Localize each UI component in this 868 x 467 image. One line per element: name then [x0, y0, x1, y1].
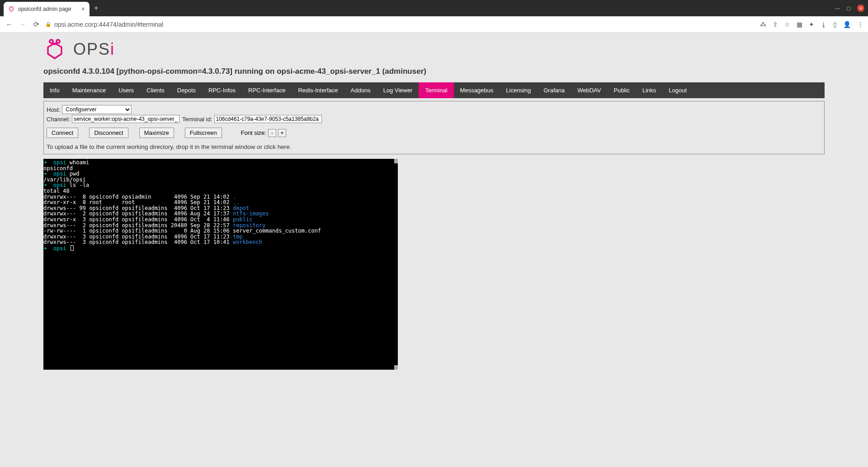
tab-depots[interactable]: Depots	[171, 82, 202, 98]
qr-icon[interactable]: ▦	[797, 21, 802, 28]
tab-users[interactable]: Users	[112, 82, 140, 98]
translate-icon[interactable]: ⁂	[760, 21, 766, 28]
host-select[interactable]: Configserver	[62, 105, 132, 114]
tab-links[interactable]: Links	[636, 82, 662, 98]
browser-titlebar: opsiconfd admin page × + — ▢ ✕	[0, 0, 868, 16]
download-icon[interactable]: ⭳	[821, 21, 827, 28]
terminal-id-label: Terminal id:	[182, 116, 212, 123]
tab-addons[interactable]: Addons	[344, 82, 377, 98]
nav-forward-icon[interactable]: →	[18, 20, 27, 28]
scroll-thumb-bottom[interactable]	[394, 365, 398, 370]
tab-rpc-interface[interactable]: RPC-Interface	[242, 82, 292, 98]
window-minimize-icon[interactable]: —	[835, 5, 840, 11]
nav-reload-icon[interactable]: ⟳	[32, 20, 41, 29]
fullscreen-button[interactable]: Fullscreen	[185, 128, 222, 138]
nav-tabs: Info Maintenance Users Clients Depots RP…	[43, 82, 825, 98]
page-content: OPSi opsiconfd 4.3.0.104 [python-opsi-co…	[0, 33, 868, 370]
menu-icon[interactable]: ⋮	[857, 21, 863, 28]
profile-icon[interactable]: 👤	[843, 21, 851, 28]
tab-log-viewer[interactable]: Log Viewer	[377, 82, 419, 98]
tab-terminal[interactable]: Terminal	[419, 82, 453, 98]
svg-point-0	[11, 6, 12, 7]
terminal-scrollbar[interactable]	[393, 159, 398, 370]
channel-label: Channel:	[47, 116, 70, 123]
connect-button[interactable]: Connect	[47, 128, 78, 138]
address-bar[interactable]: 🔒 opsi.acme.corp:44474/admin/#terminal	[45, 21, 163, 28]
maximize-button[interactable]: Maximize	[139, 128, 174, 138]
star-icon[interactable]: ☆	[784, 21, 790, 28]
upload-hint: To upload a file to the current working …	[47, 143, 821, 150]
nav-back-icon[interactable]: ←	[5, 20, 14, 28]
tab-title: opsiconfd admin page	[18, 6, 71, 12]
lock-icon: 🔒	[45, 21, 52, 27]
browser-tab[interactable]: opsiconfd admin page ×	[4, 2, 90, 16]
tab-webdav[interactable]: WebDAV	[571, 82, 607, 98]
tab-licensing[interactable]: Licensing	[500, 82, 537, 98]
tab-grafana[interactable]: Grafana	[537, 82, 571, 98]
logo: OPSi	[43, 38, 825, 61]
tab-rpc-infos[interactable]: RPC-Infos	[202, 82, 242, 98]
extensions-icon[interactable]: ✦	[809, 21, 814, 28]
fontsize-label: Font size:	[241, 129, 266, 136]
window-close-icon[interactable]: ✕	[857, 5, 864, 12]
new-tab-button[interactable]: +	[94, 4, 98, 12]
host-label: Host:	[47, 106, 60, 113]
channel-input[interactable]	[72, 115, 179, 123]
panel-icon[interactable]: ▯	[833, 21, 837, 28]
opsi-logo-icon	[43, 38, 66, 61]
fontsize-increase-button[interactable]: +	[278, 129, 286, 137]
window-maximize-icon[interactable]: ▢	[846, 5, 851, 11]
fontsize-decrease-button[interactable]: -	[268, 129, 276, 137]
terminal-id-input[interactable]	[214, 115, 322, 123]
browser-toolbar: ← → ⟳ 🔒 opsi.acme.corp:44474/admin/#term…	[0, 16, 868, 33]
tab-redis-interface[interactable]: Redis-Interface	[292, 82, 344, 98]
window-controls: — ▢ ✕	[835, 5, 864, 12]
share-icon[interactable]: ⇪	[773, 21, 778, 28]
scroll-thumb-top[interactable]	[394, 159, 398, 163]
tab-info[interactable]: Info	[43, 82, 66, 98]
tab-messagebus[interactable]: Messagebus	[454, 82, 500, 98]
page-title: opsiconfd 4.3.0.104 [python-opsi-common=…	[43, 67, 825, 76]
tab-clients[interactable]: Clients	[140, 82, 171, 98]
terminal-cursor	[71, 245, 74, 251]
tab-public[interactable]: Public	[607, 82, 636, 98]
disconnect-button[interactable]: Disconnect	[89, 128, 128, 138]
logo-text: OPSi	[73, 40, 115, 59]
url-text: opsi.acme.corp:44474/admin/#terminal	[54, 21, 163, 28]
terminal-panel: Host: Configserver Channel: Terminal id:…	[43, 101, 825, 154]
tab-maintenance[interactable]: Maintenance	[66, 82, 112, 98]
tab-logout[interactable]: Logout	[662, 82, 693, 98]
terminal-window[interactable]: ➜ opsi whoami opsiconfd ➜ opsi pwd /var/…	[43, 159, 398, 370]
upload-click-here-link[interactable]: click here	[264, 143, 290, 150]
tab-close-icon[interactable]: ×	[81, 5, 85, 13]
toolbar-right: ⁂ ⇪ ☆ ▦ ✦ ⭳ ▯ 👤 ⋮	[760, 21, 863, 28]
opsi-favicon-icon	[8, 6, 14, 12]
